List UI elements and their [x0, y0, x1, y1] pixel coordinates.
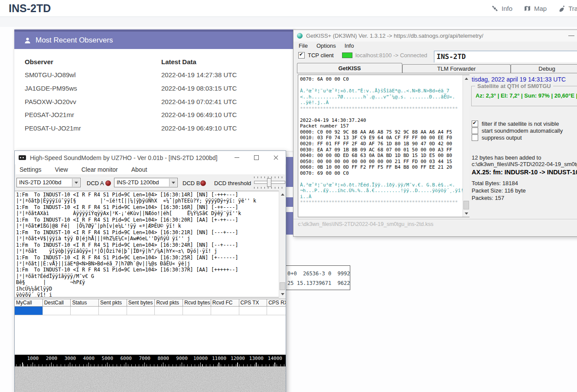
table-cell[interactable]	[127, 307, 155, 315]
column-header[interactable]: CPS RX	[267, 299, 286, 307]
column-header[interactable]: Rcvd FC	[211, 299, 239, 307]
menu-view[interactable]: View	[51, 166, 72, 173]
close-button[interactable]	[266, 151, 286, 164]
monitor-line: ÿòÿõÿ´¸ÿî! i	[16, 292, 284, 297]
column-header[interactable]: MyCall	[15, 299, 43, 307]
dcd-a-label: DCD A	[87, 180, 104, 186]
qth-status-text: Az: 2,3° | El: 7,2° | Sun: 97% | 20,60°E…	[476, 92, 577, 99]
tab-tlm-forwarder[interactable]: TLM Forwarder	[402, 64, 511, 73]
latest-data-cell: 2022-04-19 06:49:10 UTC	[161, 111, 237, 118]
hex-line: i..À	[300, 194, 467, 200]
column-header[interactable]: Rcvd bytes	[183, 299, 211, 307]
column-header[interactable]: Sent bytes	[127, 299, 155, 307]
frequency-label: 11000	[212, 356, 226, 361]
column-header[interactable]: CPS TX	[239, 299, 267, 307]
scrollbar-thumb[interactable]	[280, 282, 285, 290]
monitor-line: |²|ªõãtAXàì ÀÿÿÿÿïÝqÿÿAx|²K-¡'éKùv||NÆóo…	[16, 210, 284, 216]
menu-options[interactable]: Options	[312, 42, 340, 50]
waterfall[interactable]: 1000200030004000500060007000800090001000…	[15, 355, 286, 392]
connections-table-row[interactable]	[15, 307, 286, 315]
table-cell[interactable]	[71, 307, 99, 315]
table-cell[interactable]	[183, 307, 211, 315]
scroll-down-icon[interactable]	[279, 291, 286, 297]
checkbox[interactable]	[472, 121, 478, 127]
table-cell[interactable]	[155, 307, 183, 315]
frequency-label: 13000	[249, 356, 264, 361]
qth-groupbox: Satellite at QTH of SM0TGU Az: 2,3° | El…	[471, 86, 577, 106]
connection-status: localhost:8100 -> Connected	[355, 52, 427, 59]
scroll-up-icon[interactable]	[279, 191, 286, 198]
maximize-button[interactable]	[247, 151, 266, 164]
slider-thumb[interactable]	[267, 178, 271, 187]
table-cell[interactable]	[211, 307, 239, 315]
packet-count: Packets: 157	[472, 195, 504, 201]
scrollbar-thumb[interactable]	[463, 201, 469, 209]
getkiss-titlebar[interactable]: GetKISS+ (DK3WN) Ver. 1.3.12 -> https://…	[293, 30, 577, 42]
modem-a-select[interactable]: INS-2TD 1200bd	[16, 178, 81, 187]
frequency-label: 9000	[176, 356, 188, 361]
menu-file[interactable]: File	[294, 42, 312, 50]
latest-data-cell: 2022-04-19 06:49:10 UTC	[161, 124, 237, 132]
table-cell[interactable]	[43, 307, 71, 315]
monitor-scrollbar[interactable]	[279, 191, 286, 297]
frequency-label: 4000	[83, 356, 95, 361]
connections-table-header: MyCallDestCallStatusSent pktsSent bytesR…	[15, 299, 286, 307]
table-row: SM0TGU-JO89wl2022-04-19 14:27:38 UTC	[25, 69, 285, 82]
getkiss-menubar: File Options Info	[294, 42, 358, 50]
table-cell[interactable]	[239, 307, 267, 315]
minimize-button[interactable]	[227, 151, 247, 164]
minimize-icon	[235, 157, 239, 158]
table-cell[interactable]	[99, 307, 127, 315]
observers-rows: SM0TGU-JO89wl2022-04-19 14:27:38 UTCJA1G…	[25, 69, 285, 135]
option-row[interactable]: start soundmodem automatically	[472, 127, 563, 134]
satellite-name-field[interactable]: INS-2TD	[434, 51, 577, 62]
packet-monitor[interactable]: 1:Fm To INDUST-10 <I R F R4 S1 Pid=9C Le…	[15, 191, 286, 297]
hex-line: À.²œˆª¦¨u²œˆª¦¤õ.ðt.“È:v..Å}šŠîãE*@..<.N…	[300, 88, 467, 94]
observer-cell: SM0TGU-JO89wl	[25, 71, 161, 78]
option-row[interactable]: filter if the satellite is not visible	[472, 120, 563, 127]
dcd-threshold-slider[interactable]	[254, 176, 285, 189]
nav-item-track[interactable]: Track	[558, 5, 577, 12]
table-row: PE0SAT-JO21mr2022-04-19 06:49:10 UTC	[25, 108, 285, 121]
column-header[interactable]: Status	[71, 299, 99, 307]
antenna-icon	[558, 5, 565, 12]
checkbox-label: filter if the satellite is not visible	[482, 121, 559, 127]
tcp-client-row: TCP client localhost:8100 -> Connected	[298, 52, 427, 59]
minimize-icon[interactable]	[568, 36, 574, 36]
column-header-observer: Observer	[25, 58, 161, 65]
hex-line: 2022-04-19 14:30:37.240	[300, 118, 467, 124]
telemetry-hex-view[interactable]: 0070: 6A 00 00 C0 À.²œˆª¦¨u²œˆª¦¤õ.ðt.“È…	[298, 75, 469, 217]
checkbox[interactable]	[472, 134, 478, 141]
latest-data-cell: 2022-04-19 14:27:38 UTC	[161, 71, 237, 78]
scroll-down-icon[interactable]	[463, 210, 469, 217]
top-nav: Info Map Track	[491, 0, 577, 16]
monitor-line: 1:Fm To INDUST-10 <I R F R4 S1 Pid=9C Le…	[16, 192, 284, 198]
observers-panel-header: Most Recent Observers	[14, 29, 295, 49]
frequency-label: 8000	[157, 356, 169, 361]
connections-table: MyCallDestCallStatusSent pktsSent bytesR…	[15, 299, 286, 355]
menu-clear-monitor[interactable]: Clear monitor	[78, 166, 122, 173]
table-cell[interactable]	[15, 307, 43, 315]
nav-label: Track	[568, 5, 577, 12]
menu-settings[interactable]: Settings	[16, 166, 46, 173]
major-ticks	[15, 363, 286, 366]
modem-b-select[interactable]: INS-2TD 1200bd	[114, 178, 178, 187]
option-row[interactable]: suppress output	[472, 134, 563, 141]
column-header[interactable]: Rcvd pkts	[155, 299, 183, 307]
tab-debug[interactable]: Debug	[511, 64, 577, 73]
checkbox[interactable]	[472, 127, 478, 134]
dropdown-button[interactable]	[72, 179, 80, 186]
dropdown-button[interactable]	[169, 179, 177, 186]
tab-getkiss[interactable]: GetKISS	[297, 63, 402, 73]
nav-item-info[interactable]: Info	[491, 5, 512, 12]
hex-scrollbar[interactable]	[463, 75, 469, 217]
total-bytes: Total Bytes: 18184	[472, 180, 518, 186]
tcp-client-checkbox[interactable]	[298, 52, 305, 59]
menu-info[interactable]: Info	[340, 42, 359, 50]
column-header[interactable]: Sent pkts	[99, 299, 127, 307]
menu-about[interactable]: About	[127, 166, 151, 173]
table-cell[interactable]	[267, 307, 286, 315]
nav-item-map[interactable]: Map	[524, 5, 547, 12]
column-header[interactable]: DestCall	[43, 299, 71, 307]
scroll-up-icon[interactable]	[463, 75, 469, 82]
